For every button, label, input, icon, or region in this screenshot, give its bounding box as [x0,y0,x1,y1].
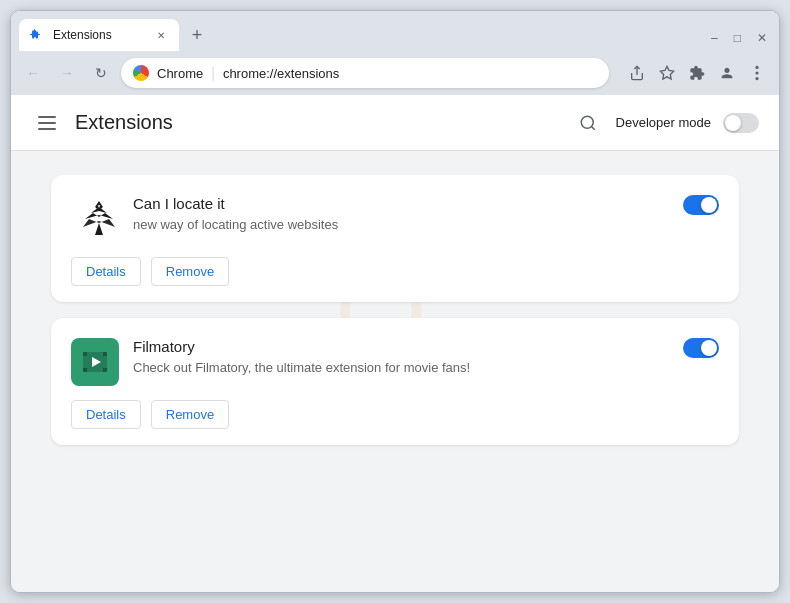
filmatory-icon [71,338,119,386]
title-bar: Extensions ✕ + – □ ✕ [11,11,779,51]
extension-toggle[interactable] [683,195,719,215]
svg-point-2 [755,66,758,69]
svg-marker-1 [660,66,673,79]
menu-button[interactable] [743,59,771,87]
window-controls: – □ ✕ [711,31,771,45]
extension-actions: Details Remove [71,400,719,429]
forward-button[interactable]: → [53,59,81,87]
developer-mode-toggle[interactable] [723,113,759,133]
extensions-button[interactable] [683,59,711,87]
extension-name: Filmatory [133,338,669,355]
extension-top: Filmatory Check out Filmatory, the ultim… [71,338,719,386]
window-maximize[interactable]: □ [734,31,741,45]
extension-toggle[interactable] [683,338,719,358]
extensions-list: Can I locate it new way of locating acti… [11,151,779,469]
search-icon [579,114,597,132]
address-separator: | [211,65,215,81]
svg-rect-13 [103,352,107,356]
address-input[interactable]: Chrome | chrome://extensions [121,58,609,88]
remove-button[interactable]: Remove [151,400,229,429]
tab-title: Extensions [53,28,145,42]
extension-info: Filmatory Check out Filmatory, the ultim… [133,338,669,377]
svg-point-5 [581,116,593,128]
page-content: Extensions Developer mode FILECROC [11,95,779,592]
chrome-label: Chrome [157,66,203,81]
profile-button[interactable] [713,59,741,87]
active-tab[interactable]: Extensions ✕ [19,19,179,51]
details-button[interactable]: Details [71,257,141,286]
reload-button[interactable]: ↻ [87,59,115,87]
falcon-svg [71,195,119,243]
share-button[interactable] [623,59,651,87]
developer-mode-label: Developer mode [616,115,711,130]
extension-info: Can I locate it new way of locating acti… [133,195,669,234]
tab-favicon [29,27,45,43]
extension-icon [71,195,119,243]
search-button[interactable] [572,107,604,139]
menu-hamburger-button[interactable] [31,107,63,139]
svg-line-6 [591,126,594,129]
details-button[interactable]: Details [71,400,141,429]
svg-point-9 [96,206,99,209]
extensions-header: Extensions Developer mode [11,95,779,151]
svg-rect-15 [103,368,107,372]
extension-top: Can I locate it new way of locating acti… [71,195,719,243]
remove-button[interactable]: Remove [151,257,229,286]
svg-rect-14 [83,368,87,372]
extension-name: Can I locate it [133,195,669,212]
filmatory-svg [81,348,109,376]
back-button[interactable]: ← [19,59,47,87]
page-title: Extensions [75,111,173,134]
window-minimize[interactable]: – [711,31,718,45]
svg-point-10 [100,206,103,209]
new-tab-button[interactable]: + [183,21,211,49]
extension-card: Can I locate it new way of locating acti… [51,175,739,302]
extension-description: new way of locating active websites [133,216,669,234]
extension-card: Filmatory Check out Filmatory, the ultim… [51,318,739,445]
address-actions [623,59,771,87]
bookmark-button[interactable] [653,59,681,87]
extension-description: Check out Filmatory, the ultimate extens… [133,359,669,377]
url-display: chrome://extensions [223,66,339,81]
chrome-icon [133,65,149,81]
browser-window: Extensions ✕ + – □ ✕ ← → ↻ Chrome | chro… [10,10,780,593]
header-right: Developer mode [572,107,759,139]
svg-point-4 [755,77,758,80]
window-close[interactable]: ✕ [757,31,767,45]
svg-point-3 [755,71,758,74]
extension-icon [71,338,119,386]
address-bar: ← → ↻ Chrome | chrome://extensions [11,51,779,95]
svg-rect-12 [83,352,87,356]
extension-actions: Details Remove [71,257,719,286]
tab-close-button[interactable]: ✕ [153,27,169,43]
